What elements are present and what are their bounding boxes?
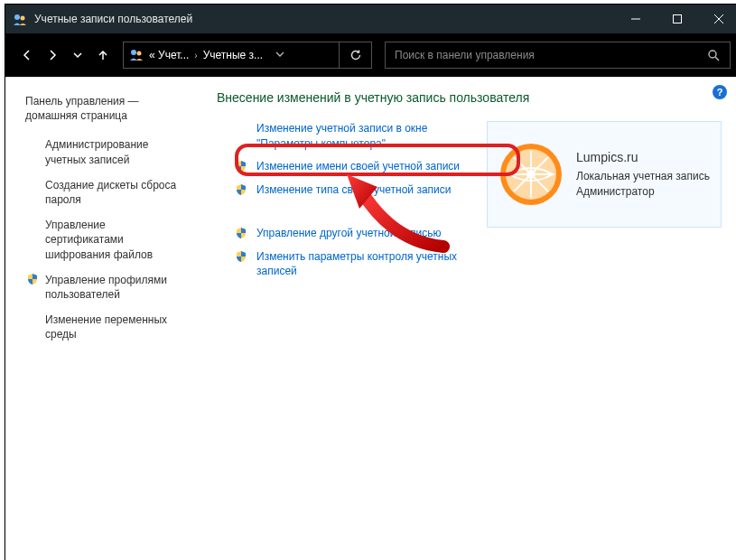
user-accounts-icon <box>129 47 144 64</box>
account-info: Lumpics.ru Локальная учетная запись Адми… <box>576 148 710 200</box>
account-name: Lumpics.ru <box>576 148 710 166</box>
minimize-button[interactable] <box>615 5 657 33</box>
task-link-label[interactable]: Изменение имени своей учетной записи <box>256 159 460 174</box>
breadcrumb-dropdown[interactable] <box>268 50 292 61</box>
maximize-button[interactable] <box>657 5 698 33</box>
sidebar: Панель управления — домашняя страница Ад… <box>5 78 195 560</box>
task-links: Изменение учетной записи в окне "Парамет… <box>217 121 470 286</box>
sidebar-item-label: Управление профилями пользователей <box>45 273 186 302</box>
svg-point-0 <box>14 14 20 20</box>
sidebar-item-label: Управление сертификатами шифрования файл… <box>45 218 186 262</box>
svg-rect-3 <box>674 15 682 23</box>
sidebar-item-label: Изменение переменных среды <box>45 313 186 341</box>
shield-icon <box>235 249 249 266</box>
user-accounts-icon <box>13 12 27 26</box>
search-input[interactable] <box>386 49 697 61</box>
sidebar-item-file-encryption-certs[interactable]: Управление сертификатами шифрования файл… <box>25 218 186 262</box>
navbar: « Учет... › Учетные з... <box>5 33 736 77</box>
breadcrumb-seg-2[interactable]: Учетные з... <box>203 49 263 61</box>
task-uac-settings[interactable]: Изменить параметры контроля учетных запи… <box>235 249 470 280</box>
task-link-label[interactable]: Изменить параметры контроля учетных запи… <box>256 249 470 280</box>
svg-point-7 <box>131 50 136 55</box>
sidebar-item-label: Администрирование учетных записей <box>45 137 186 166</box>
close-button[interactable] <box>698 5 736 33</box>
svg-line-10 <box>715 57 719 61</box>
sidebar-heading[interactable]: Панель управления — домашняя страница <box>25 94 186 123</box>
window-title: Учетные записи пользователей <box>34 13 192 25</box>
up-button[interactable] <box>96 48 110 62</box>
sidebar-item-password-reset-disk[interactable]: Создание дискеты сброса пароля <box>25 178 186 207</box>
sidebar-item-user-profiles[interactable]: Управление профилями пользователей <box>25 273 186 302</box>
sidebar-item-admin-accounts[interactable]: Администрирование учетных записей <box>25 137 186 166</box>
sidebar-item-env-vars[interactable]: Изменение переменных среды <box>25 313 186 341</box>
refresh-button[interactable] <box>340 42 372 69</box>
window-controls <box>615 5 736 33</box>
shield-icon <box>235 226 249 242</box>
account-type: Локальная учетная запись <box>576 169 710 184</box>
breadcrumb[interactable]: « Учет... › Учетные з... <box>123 42 340 69</box>
sidebar-item-label: Создание дискеты сброса пароля <box>45 178 186 207</box>
forward-button[interactable] <box>45 48 60 62</box>
back-button[interactable] <box>20 48 34 62</box>
search-box[interactable] <box>385 42 731 69</box>
task-link-label[interactable]: Изменение типа своей учетной записи <box>256 182 451 198</box>
shield-icon <box>25 273 40 285</box>
task-link-label[interactable]: Управление другой учетной записью <box>256 226 441 241</box>
main-panel: ? Внесение изменений в учетную запись по… <box>195 78 736 560</box>
page-title: Внесение изменений в учетную запись поль… <box>217 90 722 105</box>
svg-point-9 <box>709 51 716 58</box>
shield-icon <box>235 182 249 199</box>
task-change-account-name[interactable]: Изменение имени своей учетной записи <box>235 159 470 175</box>
task-change-account-type[interactable]: Изменение типа своей учетной записи <box>235 182 470 199</box>
content-area: Панель управления — домашняя страница Ад… <box>5 77 736 560</box>
chevron-right-icon: › <box>194 51 197 61</box>
task-manage-other-account[interactable]: Управление другой учетной записью <box>235 226 470 242</box>
breadcrumb-seg-1[interactable]: « Учет... <box>149 49 189 61</box>
svg-point-8 <box>137 51 142 55</box>
task-change-account-settings[interactable]: Изменение учетной записи в окне "Парамет… <box>235 121 470 152</box>
help-icon[interactable]: ? <box>713 85 727 99</box>
control-panel-window: Учетные записи пользователей « Учет... ›… <box>5 4 736 560</box>
current-account-card[interactable]: Lumpics.ru Локальная учетная запись Адми… <box>487 121 722 228</box>
search-button[interactable] <box>697 42 730 68</box>
svg-point-1 <box>21 16 25 21</box>
shield-icon <box>235 159 249 175</box>
titlebar: Учетные записи пользователей <box>5 5 736 33</box>
task-link-label[interactable]: Изменение учетной записи в окне "Парамет… <box>256 121 470 152</box>
svg-point-17 <box>526 170 536 179</box>
history-dropdown[interactable] <box>70 48 85 62</box>
account-avatar <box>498 142 564 207</box>
account-role: Администратор <box>576 184 710 200</box>
